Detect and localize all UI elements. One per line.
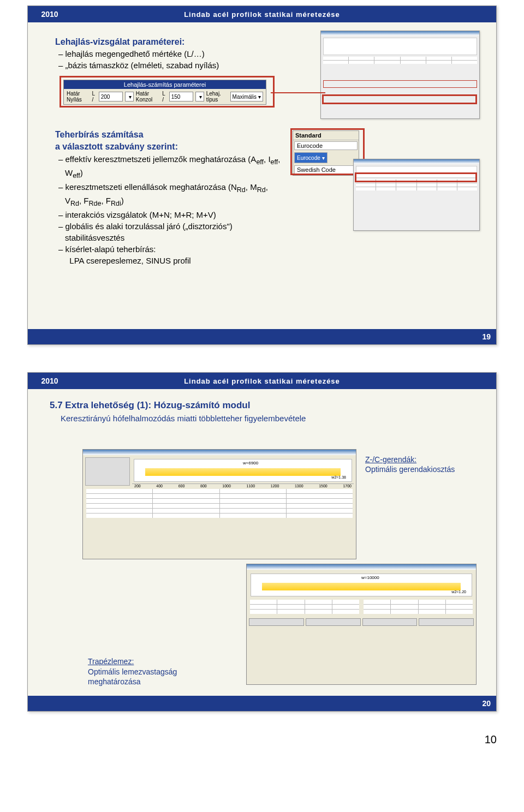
section1-item: – lehajlás megengedhető mértéke (L/…)	[65, 48, 284, 59]
app-screenshot-top	[320, 31, 480, 119]
section2-item: – kísérlet-alapú teherbírás: LPA cserepe…	[65, 243, 284, 266]
annotation-right: Z-/C-gerendák: Optimális gerendakiosztás	[365, 455, 463, 474]
header-year: 2010	[28, 377, 72, 385]
annotation-left-title: Trapézlemez:	[88, 657, 134, 666]
slide-header: 2010 Lindab acél profilok statikai méret…	[28, 6, 496, 22]
header-title: Lindab acél profilok statikai méretezése	[72, 377, 452, 385]
page-number: 10	[0, 733, 497, 746]
section-title: 5.7 Extra lehetőség (1): Hózug-számító m…	[50, 400, 474, 411]
ruler-tick: 1500	[319, 484, 327, 488]
annotation-left: Trapézlemez: Optimális lemezvastagság me…	[88, 656, 230, 686]
toolbar-button[interactable]	[306, 618, 361, 626]
redbox-screenshot-top	[322, 94, 477, 104]
connector-line-top	[271, 92, 325, 93]
chart2-width-label: w=10000	[361, 575, 379, 580]
chart2-step: w2=1.20	[451, 590, 466, 594]
ruler-tick: 1200	[271, 484, 279, 488]
ruler-tick: 1100	[247, 484, 255, 488]
slide-20: 2010 Lindab acél profilok statikai méret…	[27, 372, 497, 712]
slide-number: 19	[482, 332, 496, 341]
slide-19: 2010 Lindab acél profilok statikai méret…	[27, 5, 497, 345]
chart-window-top: w=6900 w2=1.38 200 400 600 800 1000 1100	[82, 449, 356, 559]
section2-item: – interakciós vizsgálatok (M+N; M+R; M+V…	[65, 209, 284, 220]
ruler-tick: 200	[134, 484, 141, 488]
header-title: Lindab acél profilok statikai méretezése	[72, 10, 452, 19]
ruler-tick: 600	[178, 484, 185, 488]
toolbar-button[interactable]	[362, 618, 418, 626]
annotation-right-title: Z-/C-gerendák:	[365, 455, 416, 464]
chart-window-bottom: w=10000 w2=1.20	[246, 564, 477, 685]
ruler-tick: 1700	[343, 484, 352, 488]
app-screenshot-bottom	[353, 159, 480, 231]
section1-title: Lehajlás-vizsgálat paraméterei:	[55, 37, 184, 46]
capacity-calc: Teherbírás számítása a választott szabvá…	[55, 129, 284, 266]
ruler-tick: 1000	[222, 484, 231, 488]
slide-footer: 19	[28, 329, 496, 344]
chart1-width-label: w=6900	[243, 461, 258, 465]
section2-title: Teherbírás számítása	[55, 130, 144, 139]
toolbar-button[interactable]	[249, 618, 304, 626]
section2-item: – keresztmetszeti ellenállások meghatáro…	[65, 181, 284, 209]
slide-footer: 20	[28, 696, 496, 711]
slide-number: 20	[482, 699, 496, 708]
ruler-tick: 400	[156, 484, 163, 488]
toolbar-button[interactable]	[419, 618, 474, 626]
section2-item: – effektív keresztmetszeti jellemzők meg…	[65, 153, 284, 181]
slide-body: 5.7 Extra lehetőség (1): Hózug-számító m…	[28, 400, 496, 706]
redbox-panel	[59, 76, 275, 108]
section1-item: – „bázis támaszköz (elméleti, szabad nyí…	[65, 59, 284, 71]
annotation-right-text: Optimális gerendakiosztás	[365, 465, 455, 474]
redbox-screenshot-bottom	[355, 172, 477, 182]
section-subtitle: Keresztirányú hófelhalmozódás miatti töb…	[61, 414, 463, 423]
header-year: 2010	[28, 10, 72, 19]
chart1-step: w2=1.38	[331, 475, 346, 479]
annotation-left-text: Optimális lemezvastagság meghatározása	[88, 667, 177, 686]
section2-item: – globális és alaki torzulással járó („d…	[65, 220, 284, 243]
ruler-tick: 800	[200, 484, 207, 488]
ruler-tick: 1300	[295, 484, 303, 488]
section2-subtitle: a választott szabvány szerint:	[55, 142, 178, 151]
slide-body: Lehajlás-vizsgálat paraméterei: – lehajl…	[28, 22, 496, 328]
slide-header: 2010 Lindab acél profilok statikai méret…	[28, 373, 496, 389]
deflection-params: Lehajlás-vizsgálat paraméterei: – lehajl…	[55, 36, 284, 71]
